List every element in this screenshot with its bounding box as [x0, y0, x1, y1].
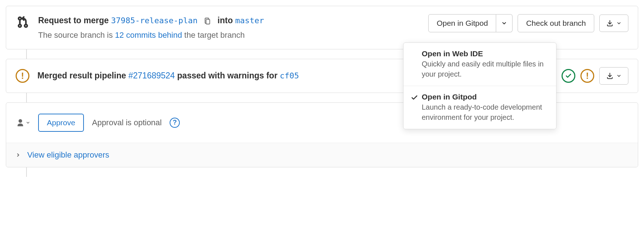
source-branch-link[interactable]: 37985-release-plan [111, 16, 198, 25]
pipeline-download-button[interactable] [599, 67, 628, 85]
pipeline-actions: ! [562, 67, 628, 85]
success-status-icon[interactable] [562, 69, 575, 83]
check-icon [565, 73, 572, 79]
help-icon[interactable]: ? [170, 118, 180, 128]
widget-connector [26, 93, 27, 102]
open-ide-dropdown-panel: Open in Web IDE Quickly and easily edit … [403, 42, 556, 129]
svg-rect-3 [206, 19, 210, 24]
eligible-approvers-link[interactable]: View eligible approvers [27, 150, 109, 160]
target-branch-link[interactable]: master [235, 16, 264, 25]
pipeline-mid: passed with warnings for [177, 71, 278, 80]
chevron-down-icon [501, 20, 507, 26]
approver-selector-icon[interactable] [16, 118, 30, 127]
dropdown-item-web-ide[interactable]: Open in Web IDE Quickly and easily edit … [404, 43, 556, 86]
merge-icon [16, 14, 30, 29]
eligible-approvers-row[interactable]: View eligible approvers [6, 143, 638, 167]
check-icon [411, 94, 418, 101]
merge-actions: Open in Gitpod Check out branch [428, 14, 628, 32]
behind-suffix: the target branch [184, 30, 244, 40]
dropdown-item-gitpod[interactable]: Open in Gitpod Launch a ready-to-code de… [404, 86, 556, 129]
merge-request-widget: Request to merge 37985-release-plan into… [6, 6, 638, 49]
dropdown-item-title: Open in Gitpod [422, 93, 549, 101]
warning-icon: ! [16, 69, 29, 83]
checkout-branch-button[interactable]: Check out branch [518, 14, 594, 32]
download-icon [606, 20, 613, 27]
widget-connector [26, 167, 27, 177]
open-ide-dropdown-toggle[interactable] [496, 14, 513, 32]
download-button[interactable] [599, 15, 628, 32]
chevron-right-icon [16, 152, 21, 158]
pipeline-prefix: Merged result pipeline [37, 71, 126, 80]
dropdown-item-desc: Quickly and easily edit multiple files i… [422, 59, 549, 79]
open-ide-button-group: Open in Gitpod [428, 14, 513, 32]
chevron-down-icon [616, 73, 621, 78]
merge-title-line: Request to merge 37985-release-plan into… [38, 14, 421, 27]
dropdown-check-slot [411, 93, 422, 122]
dropdown-item-title: Open in Web IDE [422, 49, 549, 58]
chevron-down-icon [26, 121, 30, 125]
dropdown-item-text: Open in Web IDE Quickly and easily edit … [422, 49, 549, 79]
merge-into-text: into [218, 16, 233, 25]
commits-behind-link[interactable]: 12 commits behind [115, 30, 182, 40]
download-icon [606, 72, 613, 80]
approve-button[interactable]: Approve [38, 114, 84, 132]
merge-subtext: The source branch is 12 commits behind t… [38, 29, 421, 41]
pipeline-status-icon: ! [16, 69, 29, 83]
behind-prefix: The source branch is [38, 30, 113, 40]
merge-prefix: Request to merge [38, 16, 109, 25]
dropdown-item-text: Open in Gitpod Launch a ready-to-code de… [422, 93, 549, 122]
approval-optional-text: Approval is optional [92, 118, 162, 127]
dropdown-check-slot [411, 49, 422, 79]
person-icon [16, 118, 25, 127]
widget-connector [26, 49, 27, 59]
copy-branch-icon[interactable] [203, 17, 211, 25]
warning-status-icon[interactable]: ! [580, 69, 594, 83]
pipeline-commit-link[interactable]: cf05 [280, 71, 299, 80]
dropdown-item-desc: Launch a ready-to-code development envir… [422, 102, 549, 122]
chevron-down-icon [616, 21, 621, 26]
open-ide-button[interactable]: Open in Gitpod [428, 14, 496, 32]
pipeline-id-link[interactable]: #271689524 [129, 71, 175, 80]
merge-body: Request to merge 37985-release-plan into… [38, 14, 421, 41]
